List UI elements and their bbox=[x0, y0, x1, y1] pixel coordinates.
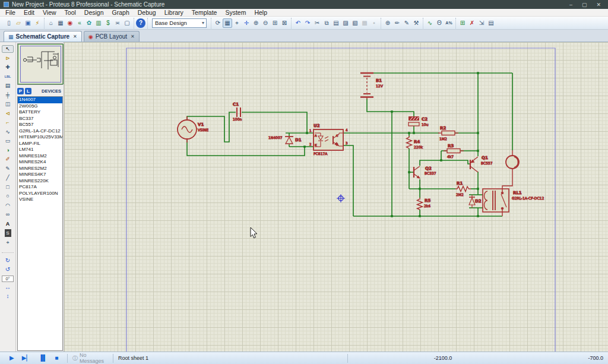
new-document-icon[interactable]: ▢ bbox=[122, 18, 132, 28]
wire-label-mode-icon[interactable]: LBL bbox=[2, 73, 14, 81]
template-menu-item[interactable]: Template bbox=[188, 9, 221, 16]
g2rl-1a-cf-dc12-device-item[interactable]: G2RL-1A-CF-DC12 bbox=[18, 128, 62, 135]
close-tab-icon[interactable]: ✕ bbox=[73, 34, 77, 39]
design-menu-item[interactable]: Design bbox=[80, 9, 108, 16]
zoom-area-icon[interactable]: ⊞ bbox=[270, 18, 280, 28]
home-page-icon[interactable]: ⌂ bbox=[46, 18, 56, 28]
schematic-capture-icon[interactable]: ▦ bbox=[56, 18, 65, 28]
remove-sheet-icon[interactable]: ✗ bbox=[467, 18, 477, 28]
pan-icon[interactable]: ✛ bbox=[242, 18, 251, 28]
minres1m2-device-item[interactable]: MINRES1M2 bbox=[18, 153, 62, 160]
component-r1[interactable]: R1 2M2 bbox=[455, 181, 471, 197]
project-notes-icon[interactable]: ≍ bbox=[113, 18, 122, 28]
2d-box-icon[interactable]: □ bbox=[2, 183, 14, 191]
junction-dot-mode-icon[interactable]: ✚ bbox=[2, 64, 14, 71]
open-design-icon[interactable]: ▱ bbox=[14, 18, 23, 28]
current-probe-mode-icon[interactable]: ✎ bbox=[2, 165, 14, 173]
component-b1[interactable]: B1 12V bbox=[360, 73, 384, 99]
zoom-in-icon[interactable]: ⊕ bbox=[251, 18, 261, 28]
2d-line-icon[interactable]: ╱ bbox=[2, 174, 14, 182]
component-r5[interactable]: R5 2k4 bbox=[417, 198, 431, 210]
design-selector[interactable]: Base Design ▾ bbox=[152, 18, 207, 28]
2w005g-device-item[interactable]: 2W005G bbox=[18, 103, 62, 110]
block-copy-icon[interactable]: ▨ bbox=[341, 18, 350, 28]
search-tag-icon[interactable]: Θ bbox=[435, 18, 444, 28]
maximize-button[interactable]: ▢ bbox=[582, 2, 587, 8]
zoom-out-icon[interactable]: ⊖ bbox=[261, 18, 270, 28]
packaging-tool-icon[interactable]: ✎ bbox=[402, 18, 411, 28]
hitemp10u25v33m-device-item[interactable]: HITEMP10U25V33M bbox=[18, 134, 62, 141]
lamp-fil-device-item[interactable]: LAMP-FIL bbox=[18, 141, 62, 147]
block-rotate-icon[interactable]: ▩ bbox=[360, 18, 369, 28]
1n4007-device-item[interactable]: 1N4007 bbox=[18, 97, 62, 103]
redraw-icon[interactable]: ⟳ bbox=[213, 18, 223, 28]
copy-icon[interactable]: ⧉ bbox=[322, 18, 331, 28]
pause-button[interactable]: ▐▌ bbox=[39, 353, 47, 363]
component-d2[interactable]: D2 bbox=[469, 195, 482, 208]
stop-button[interactable]: ■ bbox=[55, 353, 58, 363]
component-rl1[interactable]: RL1 G2RL-1A-CF-DC12 bbox=[483, 169, 544, 216]
component-mode-icon[interactable]: ⊳ bbox=[2, 55, 14, 62]
zoom-all-icon[interactable]: ⊠ bbox=[280, 18, 289, 28]
wire-autorouter-icon[interactable]: ∿ bbox=[425, 18, 435, 28]
rotate-clockwise-icon[interactable]: ↻ bbox=[2, 257, 14, 264]
minimize-button[interactable]: – bbox=[569, 2, 572, 8]
origin-icon[interactable]: ⌖ bbox=[232, 18, 242, 28]
help-menu-item[interactable]: Help bbox=[250, 9, 271, 16]
system-menu-item[interactable]: System bbox=[221, 9, 250, 16]
goto-sheet-icon[interactable]: ⇲ bbox=[477, 18, 486, 28]
import-design-icon[interactable]: ⚡ bbox=[33, 18, 42, 28]
pick-devices-button[interactable]: P bbox=[17, 88, 24, 94]
text-script-mode-icon[interactable]: ▤ bbox=[2, 82, 14, 90]
library-menu-item[interactable]: Library bbox=[160, 9, 188, 16]
new-file-icon[interactable]: ▯ bbox=[4, 18, 14, 28]
pick-parts-icon[interactable]: ⊕ bbox=[383, 18, 392, 28]
vsine-device-item[interactable]: VSINE bbox=[18, 197, 62, 203]
minres2m2-device-item[interactable]: MINRES2M2 bbox=[18, 166, 62, 172]
property-assignment-icon[interactable]: A% bbox=[444, 18, 454, 28]
block-delete-icon[interactable]: ▪ bbox=[369, 18, 379, 28]
new-sheet-icon[interactable]: ⊞ bbox=[458, 18, 467, 28]
block-move-icon[interactable]: ▧ bbox=[350, 18, 360, 28]
component-c1[interactable]: C1 100n bbox=[233, 102, 242, 121]
minres4k7-device-item[interactable]: MINRES4K7 bbox=[18, 172, 62, 178]
debug-menu-item[interactable]: Debug bbox=[134, 9, 160, 16]
graph-menu-item[interactable]: Graph bbox=[108, 9, 134, 16]
design-explorer-icon[interactable]: ▥ bbox=[94, 18, 103, 28]
component-d1[interactable]: 1N4007 D1 bbox=[268, 135, 302, 144]
tab-schematic-capture[interactable]: ▦ Schematic Capture ✕ bbox=[4, 31, 82, 42]
minres2k4-device-item[interactable]: MINRES2K4 bbox=[18, 159, 62, 166]
buses-mode-icon[interactable]: ╪ bbox=[2, 91, 14, 99]
device-pins-mode-icon[interactable]: ⌐ bbox=[2, 119, 14, 126]
2d-path-icon[interactable]: ∞ bbox=[2, 211, 14, 219]
bill-of-materials-icon[interactable]: $ bbox=[103, 18, 113, 28]
2d-arc-icon[interactable]: ◠ bbox=[2, 202, 14, 210]
step-button[interactable]: ▶▏ bbox=[22, 353, 31, 363]
2d-marker-icon[interactable]: ⌖ bbox=[2, 239, 14, 246]
rotate-anticlockwise-icon[interactable]: ↺ bbox=[2, 265, 14, 273]
mirror-vertical-icon[interactable]: ↕ bbox=[2, 292, 14, 300]
close-tab-icon[interactable]: ✕ bbox=[131, 34, 135, 39]
polylayer100n-device-item[interactable]: POLYLAYER100N bbox=[18, 191, 62, 197]
pc817a-device-item[interactable]: PC817A bbox=[18, 184, 62, 191]
schematic-canvas[interactable]: V1 VSINE C1 100n 1N4007 D1 bbox=[64, 42, 608, 352]
undo-icon[interactable]: ↶ bbox=[293, 18, 303, 28]
bc337-device-item[interactable]: BC337 bbox=[18, 116, 62, 122]
redo-icon[interactable]: ↷ bbox=[303, 18, 312, 28]
schematic-overview[interactable] bbox=[17, 43, 63, 85]
make-device-icon[interactable]: ✏ bbox=[392, 18, 402, 28]
voltage-probe-mode-icon[interactable]: ✐ bbox=[2, 156, 14, 163]
component-r2[interactable]: R2 1M2 bbox=[438, 126, 458, 141]
decompose-icon[interactable]: ⚒ bbox=[411, 18, 421, 28]
component-v1[interactable]: V1 VSINE bbox=[178, 116, 208, 143]
play-button[interactable]: ▶ bbox=[10, 353, 14, 363]
2d-circle-icon[interactable]: ○ bbox=[2, 192, 14, 200]
view-menu-item[interactable]: View bbox=[39, 9, 61, 16]
pcb-layout-icon[interactable]: ◉ bbox=[65, 18, 75, 28]
component-q2[interactable]: Q2 BC337 bbox=[414, 166, 436, 179]
component-lamp[interactable] bbox=[506, 150, 519, 169]
battery-device-item[interactable]: BATTERY bbox=[18, 109, 62, 116]
tool-menu-item[interactable]: Tool bbox=[61, 9, 80, 16]
component-c2[interactable]: C2 10u bbox=[408, 116, 429, 126]
bc557-device-item[interactable]: BC557 bbox=[18, 122, 62, 128]
